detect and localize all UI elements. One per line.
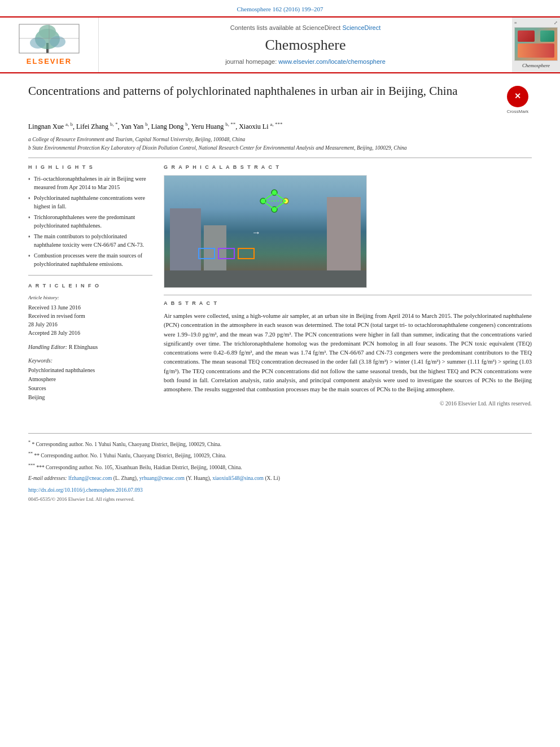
author-xiaoxiu: Xiaoxiu Li a, *** (239, 123, 282, 130)
affiliations: a College of Resource Environment and To… (28, 136, 532, 152)
elsevier-logo-section: ELSEVIER (0, 18, 99, 72)
copyright-line: © 2016 Elsevier Ltd. All rights reserved… (164, 400, 532, 408)
crossmark-section: ✕ CrossMark (504, 84, 532, 115)
article-title-section: Concentrations and patterns of polychlor… (28, 84, 532, 115)
ga-molecule-svg (252, 184, 297, 218)
received-date: Received 13 June 2016 (28, 303, 152, 312)
sciencedirect-link[interactable]: ScienceDirect (342, 24, 380, 31)
handling-editor-section: Handling Editor: R Ebinghaus (28, 343, 152, 351)
email-link-1[interactable]: lfzhang@cneac.com (68, 475, 112, 481)
graphical-abstract-header: G R A P H I C A L A B S T R A C T (164, 164, 532, 171)
right-column: G R A P H I C A L A B S T R A C T (164, 164, 532, 410)
journal-thumbnail: ≡⤢ Chemosphere (512, 18, 560, 72)
ga-box-purple (218, 248, 235, 259)
history-label: Article history: (28, 294, 152, 302)
revised-date: 28 July 2016 (28, 320, 152, 329)
graphical-abstract-section: G R A P H I C A L A B S T R A C T (164, 164, 532, 289)
abstract-text: Air samples were collected, using a high… (164, 312, 532, 394)
bottom-section: * * Corresponding author. No. 1 Yuhui Na… (28, 433, 532, 503)
highlight-item-2: Polychlorinated naphthalene concentratio… (28, 194, 152, 211)
footnote-star2: ** ** Corresponding author. No. 1 Yuhui … (28, 451, 532, 460)
keywords-section: Keywords: Polychlorinated naphthalenes A… (28, 357, 152, 402)
abstract-section: A B S T R A C T Air samples were collect… (164, 300, 532, 408)
email-link-2[interactable]: yrhuang@cneac.com (139, 475, 185, 481)
highlight-item-3: Trichloronaphthalenes were the predomina… (28, 213, 152, 230)
ga-box-blue (198, 248, 215, 259)
footnote-star1: * * Corresponding author. No. 1 Yuhui Na… (28, 439, 532, 448)
elsevier-label: ELSEVIER (27, 56, 72, 67)
highlights-list: Tri–octachloronaphthalenes in air in Bei… (28, 175, 152, 268)
elsevier-tree-icon (18, 23, 80, 54)
homepage-link[interactable]: www.elsevier.com/locate/chemosphere (278, 58, 386, 65)
svg-line-13 (274, 193, 286, 201)
main-content: Concentrations and patterns of polychlor… (0, 73, 560, 514)
accepted-date: Accepted 28 July 2016 (28, 329, 152, 337)
page-wrapper: Chemosphere 162 (2016) 199–207 ELSEVIER (0, 0, 560, 514)
article-info-header: A R T I C L E I N F O (28, 282, 152, 290)
top-citation-header: Chemosphere 162 (2016) 199–207 (0, 0, 560, 18)
svg-point-3 (50, 36, 65, 47)
citation-link[interactable]: Chemosphere 162 (2016) 199–207 (237, 6, 323, 12)
journal-banner: ELSEVIER Contents lists available at Sci… (0, 18, 560, 73)
author-lingnan: Lingnan Xue a, b, (28, 123, 76, 130)
ga-annotation-boxes (198, 248, 255, 259)
crossmark-label: CrossMark (507, 108, 529, 115)
keywords-list: Polychlorinated naphthalenes Atmosphere … (28, 366, 152, 402)
affiliation-a: a College of Resource Environment and To… (28, 136, 532, 143)
revised-label: Received in revised form (28, 312, 152, 320)
keyword-4: Beijing (28, 393, 152, 402)
graphical-abstract-image: → (164, 175, 367, 288)
svg-point-4 (39, 25, 56, 38)
two-col-layout: H I G H L I G H T S Tri–octachloronaphth… (28, 164, 532, 410)
keyword-2: Atmosphere (28, 375, 152, 384)
thumb-header: ≡⤢ (514, 20, 558, 26)
author-lifei: Lifei Zhang b, *, (76, 123, 121, 130)
article-title: Concentrations and patterns of polychlor… (28, 84, 504, 99)
affiliation-b: b State Environmental Protection Key Lab… (28, 144, 532, 152)
svg-line-14 (274, 201, 286, 209)
highlight-item-1: Tri–octachloronaphthalenes in air in Bei… (28, 175, 152, 191)
journal-homepage: journal homepage: www.elsevier.com/locat… (225, 58, 386, 66)
handling-editor-label: Handling Editor: R Ebinghaus (28, 343, 152, 351)
email-line: E-mail addresses: lfzhang@cneac.com (L. … (28, 475, 532, 482)
author-liang: Liang Dong b, (151, 123, 191, 130)
authors-line: Lingnan Xue a, b, Lifei Zhang b, *, Yan … (28, 120, 532, 132)
abstract-header: A B S T R A C T (164, 300, 532, 307)
highlight-item-4: The main contributors to polychlorinated… (28, 233, 152, 249)
left-column: H I G H L I G H T S Tri–octachloronaphth… (28, 164, 152, 410)
svg-line-15 (263, 201, 274, 209)
email-link-3[interactable]: xiaoxiuli548@sina.com (212, 475, 264, 481)
journal-thumb-image (514, 27, 558, 61)
issn-line: 0045-6535/© 2016 Elsevier Ltd. All right… (28, 496, 532, 503)
footnote-star3: *** *** Corresponding author. No. 105, X… (28, 462, 532, 471)
keyword-3: Sources (28, 384, 152, 393)
sciencedirect-text: Contents lists available at ScienceDirec… (230, 23, 381, 33)
abstract-divider (164, 295, 532, 295)
svg-line-12 (263, 193, 274, 201)
title-divider (28, 158, 532, 158)
crossmark-icon[interactable]: ✕ (507, 86, 528, 107)
article-info-section: A R T I C L E I N F O Article history: R… (28, 282, 152, 401)
author-yeru: Yeru Huang b, **, (191, 123, 239, 130)
svg-point-2 (30, 37, 46, 49)
keyword-1: Polychlorinated naphthalenes (28, 366, 152, 375)
ga-box-orange (238, 248, 255, 259)
journal-title: Chemosphere (265, 35, 346, 55)
highlights-header: H I G H L I G H T S (28, 164, 152, 171)
journal-center-section: Contents lists available at ScienceDirec… (99, 18, 512, 72)
author-yan: Yan Yan b, (121, 123, 151, 130)
highlights-divider (28, 275, 152, 276)
highlight-item-5: Combustion processes were the main sourc… (28, 252, 152, 268)
ga-building-3 (327, 197, 361, 270)
ga-building-1 (170, 208, 201, 270)
highlights-section: H I G H L I G H T S Tri–octachloronaphth… (28, 164, 152, 269)
ga-arrow: → (252, 226, 261, 239)
doi-link[interactable]: http://dx.doi.org/10.1016/j.chemosphere.… (28, 487, 143, 493)
thumb-label: Chemosphere (522, 62, 550, 69)
ga-ground (164, 270, 366, 287)
doi-line: http://dx.doi.org/10.1016/j.chemosphere.… (28, 487, 532, 494)
keywords-label: Keywords: (28, 357, 152, 365)
